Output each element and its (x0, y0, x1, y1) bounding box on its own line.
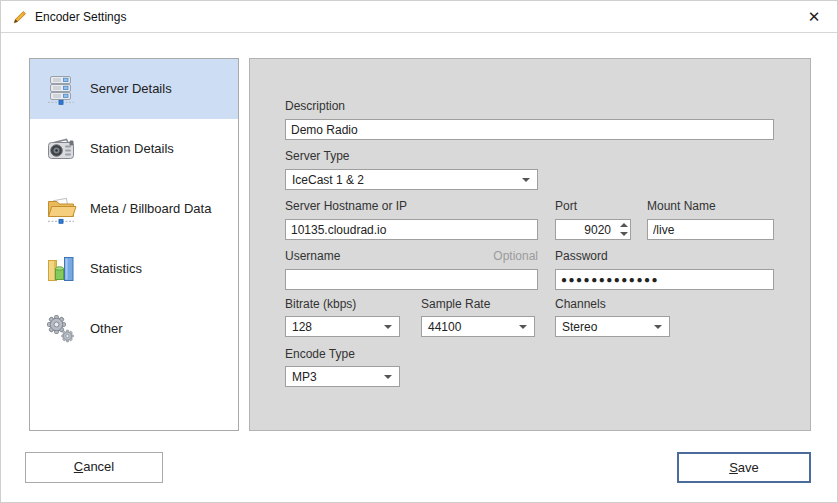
port-label: Port (555, 199, 577, 213)
channels-label: Channels (555, 297, 606, 311)
username-input[interactable] (285, 269, 538, 290)
hostname-label: Server Hostname or IP (285, 199, 407, 213)
encode-type-value: MP3 (292, 370, 317, 384)
server-details-panel: Description Server Type IceCast 1 & 2 Se… (249, 58, 811, 431)
password-input[interactable] (555, 269, 774, 290)
server-type-label: Server Type (285, 149, 349, 163)
sample-rate-value: 44100 (428, 320, 461, 334)
sidebar-item-label: Station Details (90, 141, 174, 156)
chevron-down-icon (384, 325, 392, 329)
sidebar-item-meta-billboard[interactable]: Meta / Billboard Data (30, 179, 238, 239)
username-optional-hint: Optional (285, 249, 538, 263)
password-label: Password (555, 249, 608, 263)
sidebar-item-server-details[interactable]: Server Details (30, 59, 238, 119)
sample-rate-label: Sample Rate (421, 297, 490, 311)
server-type-select[interactable]: IceCast 1 & 2 (285, 169, 538, 190)
radio-icon (45, 133, 77, 165)
chevron-down-icon (654, 325, 662, 329)
window-title: Encoder Settings (35, 10, 126, 24)
close-icon[interactable]: ✕ (803, 7, 825, 27)
spinner-down-icon[interactable] (620, 232, 628, 236)
server-icon (45, 73, 77, 105)
sidebar-item-label: Server Details (90, 81, 172, 96)
channels-select[interactable]: Stereo (555, 316, 670, 337)
bar-chart-icon (45, 253, 77, 285)
encode-type-select[interactable]: MP3 (285, 366, 400, 387)
sample-rate-select[interactable]: 44100 (421, 316, 535, 337)
mount-name-input[interactable] (647, 219, 774, 240)
folder-network-icon (45, 193, 77, 225)
mount-name-label: Mount Name (647, 199, 716, 213)
port-spinner[interactable] (617, 221, 631, 238)
chevron-down-icon (522, 178, 530, 182)
spinner-up-icon[interactable] (620, 223, 628, 227)
sidebar-item-label: Other (90, 321, 123, 336)
sidebar-item-station-details[interactable]: Station Details (30, 119, 238, 179)
sidebar-item-label: Statistics (90, 261, 142, 276)
encode-type-label: Encode Type (285, 347, 355, 361)
channels-value: Stereo (562, 320, 597, 334)
chevron-down-icon (384, 375, 392, 379)
bitrate-select[interactable]: 128 (285, 316, 400, 337)
cancel-button[interactable]: Cancel (25, 452, 163, 483)
hostname-input[interactable] (285, 219, 538, 240)
server-type-value: IceCast 1 & 2 (292, 173, 364, 187)
gears-icon (45, 313, 77, 345)
title-bar: Encoder Settings ✕ (1, 1, 837, 33)
chevron-down-icon (519, 325, 527, 329)
description-input[interactable] (285, 119, 774, 140)
description-label: Description (285, 99, 345, 113)
sidebar-item-statistics[interactable]: Statistics (30, 239, 238, 299)
encoder-settings-dialog: { "window": { "title": "Encoder Settings… (0, 0, 838, 503)
settings-sidebar: Server Details Station Details Meta / Bi… (29, 58, 239, 431)
bitrate-value: 128 (292, 320, 312, 334)
sidebar-item-label: Meta / Billboard Data (90, 201, 211, 216)
sidebar-item-other[interactable]: Other (30, 299, 238, 359)
bitrate-label: Bitrate (kbps) (285, 297, 356, 311)
save-button[interactable]: Save (677, 452, 811, 483)
pencil-icon (11, 8, 29, 26)
